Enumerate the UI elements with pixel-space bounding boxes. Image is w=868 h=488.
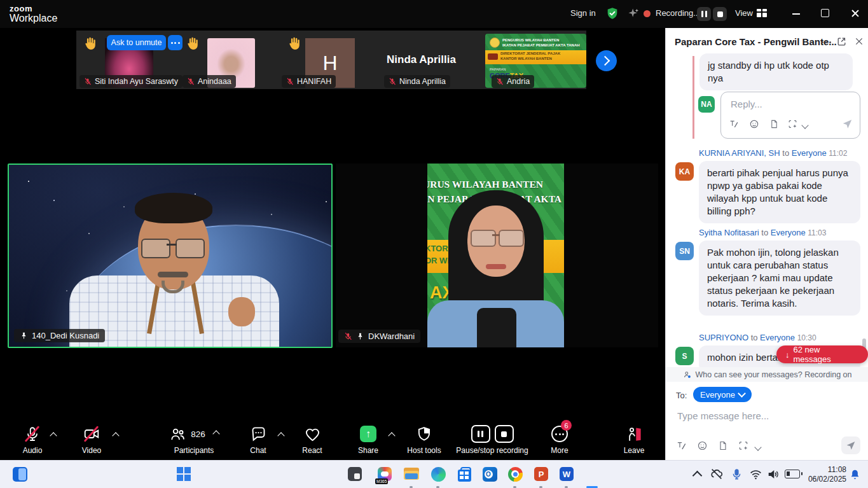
participant-name-pill: HANIFAH	[282, 75, 336, 88]
outlook-icon[interactable]: O	[481, 466, 498, 482]
react-button[interactable]: React	[294, 424, 331, 455]
maximize-button[interactable]	[821, 9, 829, 17]
reply-input[interactable]	[729, 98, 846, 110]
app-icon-dark[interactable]	[347, 466, 363, 482]
onedrive-paused-icon[interactable]	[708, 466, 725, 482]
battery-icon[interactable]	[784, 466, 801, 482]
view-grid-icon[interactable]	[757, 9, 767, 17]
chat-message-bubble: berarti pihak penjual harus punya npwp y…	[699, 161, 860, 223]
minimize-button[interactable]	[792, 13, 800, 15]
video-name-pill: DKWardhani	[338, 330, 420, 343]
chat-panel-title: Paparan Core Tax - Pengwil Bante...	[675, 36, 837, 47]
chevron-down-icon[interactable]	[801, 122, 808, 129]
reply-box[interactable]	[720, 92, 860, 139]
pause-recording-icon[interactable]	[471, 425, 490, 443]
participant-name-pill: Siti Indah Ayu Saraswty	[79, 75, 183, 88]
person-icon	[683, 370, 692, 379]
main-video-dkwardhani[interactable]: URUS WILAYAH BANTEN AN PEJABAT PEMBUAT A…	[336, 164, 658, 347]
screenshot-icon[interactable]	[787, 119, 798, 129]
emoji-icon[interactable]	[749, 119, 759, 129]
more-button[interactable]: 6 More	[542, 424, 577, 455]
chrome-icon[interactable]	[507, 466, 523, 482]
emoji-icon[interactable]	[697, 440, 708, 451]
format-icon[interactable]	[729, 119, 739, 129]
share-button[interactable]: ↑ Share	[350, 424, 387, 455]
participant-filmstrip: Ask to unmute Siti Indah Ayu Saraswty An…	[76, 31, 586, 89]
wifi-icon[interactable]	[747, 466, 764, 482]
pause-recording-button[interactable]	[697, 7, 711, 21]
close-window-button[interactable]	[851, 9, 860, 18]
leave-button[interactable]: Leave	[614, 424, 654, 455]
chevron-down-icon[interactable]	[754, 443, 761, 450]
raised-hand-icon	[286, 36, 303, 52]
microphone-in-use-icon[interactable]	[728, 466, 745, 482]
ai-companion-icon[interactable]	[627, 7, 640, 22]
new-messages-button[interactable]: ↓ 62 new messages	[776, 345, 868, 363]
send-button[interactable]	[841, 436, 860, 454]
thumbnail-more-button[interactable]	[168, 35, 183, 50]
muted-mic-icon	[187, 78, 195, 85]
microsoft-store-icon[interactable]	[456, 466, 472, 482]
message-header: SUPRIYONO to Everyone 10:30	[699, 333, 816, 342]
banner-text: URUS WILAYAH BANTEN	[427, 179, 543, 190]
stop-recording-button[interactable]	[713, 7, 727, 21]
host-tools-button[interactable]: Host tools	[399, 424, 450, 455]
privacy-notice[interactable]: Who can see your messages? Recording on	[666, 367, 868, 382]
chat-more-icon[interactable]	[822, 41, 831, 43]
format-icon[interactable]	[676, 440, 687, 451]
chat-message-bubble: jg standby di hp utk kode otp nya	[699, 53, 853, 90]
audio-button[interactable]: Audio	[11, 424, 53, 455]
sign-in-link[interactable]: Sign in	[570, 8, 596, 18]
stop-recording-icon[interactable]	[495, 425, 514, 443]
participants-count: 826	[191, 429, 205, 439]
next-participants-page-button[interactable]	[596, 50, 617, 71]
avatar: NA	[698, 96, 715, 113]
participant-name-pill: Ninda Aprillia	[384, 75, 450, 88]
notification-bell-icon[interactable]	[846, 466, 863, 482]
share-options-chevron[interactable]	[388, 432, 395, 439]
mustache	[158, 272, 188, 277]
message-header: KURNIA ARIYANI, SH to Everyone 11:02	[699, 148, 847, 158]
volume-icon[interactable]	[765, 466, 782, 482]
video-button[interactable]: Video	[71, 424, 113, 455]
banner-text: IKATAN PEJABAT PEMBUAT AKTA TANAH	[502, 43, 580, 47]
chat-close-icon[interactable]	[854, 36, 864, 49]
thread-indicator	[692, 56, 694, 139]
m365-copilot-icon[interactable]: M365	[376, 466, 393, 482]
avatar: KA	[675, 162, 694, 181]
participants-button[interactable]: 826 Participants	[159, 424, 229, 455]
edge-icon[interactable]	[430, 466, 446, 482]
participant-name-pill: Andria	[492, 75, 534, 88]
send-icon[interactable]	[841, 118, 853, 132]
pop-out-icon[interactable]	[836, 36, 847, 50]
muted-mic-icon	[84, 78, 92, 85]
view-button[interactable]: View	[735, 8, 753, 18]
clock[interactable]: 11:08 06/02/2025	[808, 465, 846, 484]
main-video-dedi[interactable]: 140_Dedi Kusnadi	[8, 164, 333, 348]
screenshot-icon[interactable]	[738, 440, 749, 451]
start-button[interactable]	[176, 466, 192, 482]
powerpoint-icon[interactable]: P	[533, 466, 549, 482]
heart-icon	[304, 426, 321, 443]
attach-file-icon[interactable]	[769, 119, 779, 129]
participants-chevron[interactable]	[212, 430, 219, 437]
message-input[interactable]	[676, 410, 857, 422]
glasses-left-lens	[471, 230, 496, 247]
file-explorer-icon[interactable]	[403, 466, 420, 482]
widgets-icon[interactable]	[11, 466, 28, 482]
chat-button[interactable]: Chat	[239, 424, 277, 455]
tray-chevron-up-icon[interactable]	[689, 466, 705, 482]
pause-stop-recording-button[interactable]: Pause/stop recording	[444, 424, 541, 455]
recipient-selector[interactable]: Everyone	[693, 387, 752, 402]
camera-off-name[interactable]: Ninda Aprillia	[366, 53, 477, 66]
attach-file-icon[interactable]	[718, 440, 728, 451]
muted-mic-icon	[389, 78, 396, 85]
security-shield-icon[interactable]	[605, 6, 619, 23]
ask-to-unmute-button[interactable]: Ask to unmute	[107, 35, 166, 50]
muted-mic-icon	[496, 78, 504, 85]
glasses-left-lens	[141, 239, 170, 258]
organization-logo-icon	[490, 38, 500, 48]
video-options-chevron[interactable]	[112, 432, 119, 439]
chat-options-chevron[interactable]	[277, 432, 284, 439]
word-icon[interactable]: W	[558, 466, 575, 482]
